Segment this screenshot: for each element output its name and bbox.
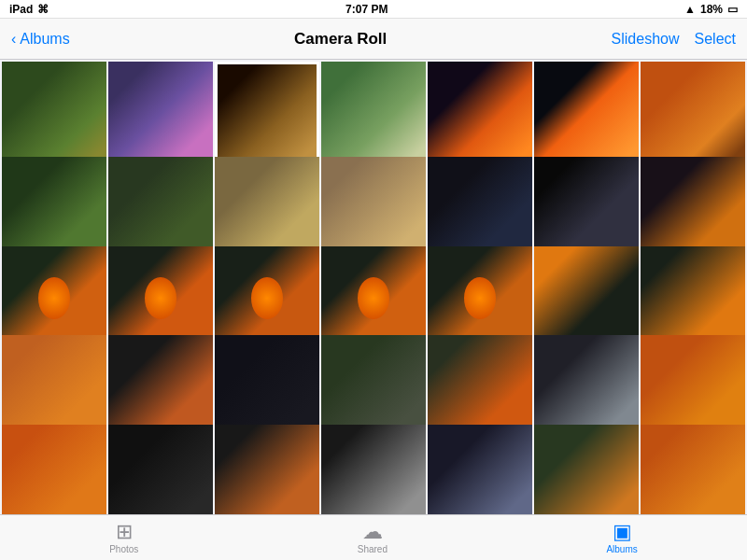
back-label[interactable]: Albums [20,31,69,48]
status-time: 7:07 PM [345,3,388,16]
tab-shared-label: Shared [358,544,388,554]
battery-icon: ▭ [727,3,738,16]
photos-icon: ⊞ [116,522,133,542]
tab-albums-label: Albums [606,544,637,554]
photo-cell[interactable] [108,62,213,166]
photo-cell[interactable] [215,425,319,514]
tab-albums[interactable]: ▣ Albums [606,522,637,554]
signal-icon: ▲ [684,3,696,16]
slideshow-button[interactable]: Slideshow [612,31,680,48]
chevron-left-icon: ‹ [11,31,16,48]
back-button[interactable]: ‹ Albums [11,31,70,48]
status-right: ▲ 18% ▭ [684,3,738,16]
photo-cell[interactable] [321,62,426,166]
tab-photos-label: Photos [109,544,138,554]
nav-bar: ‹ Albums Camera Roll Slideshow Select [0,19,747,60]
photo-grid [0,60,747,514]
photo-cell[interactable] [2,425,106,514]
photo-cell[interactable] [108,425,213,514]
photo-cell[interactable] [428,62,532,166]
shared-icon: ☁ [362,522,383,542]
photo-cell[interactable] [641,425,745,514]
wifi-icon: ⌘ [37,3,49,16]
photo-cell[interactable] [534,425,639,514]
photo-cell[interactable] [321,425,426,514]
tab-photos[interactable]: ⊞ Photos [109,522,138,554]
status-left: iPad ⌘ [9,3,49,16]
photo-cell[interactable] [534,62,639,166]
page-title: Camera Roll [294,30,387,49]
albums-icon: ▣ [613,522,632,542]
photo-cell[interactable] [641,62,745,166]
photo-cell[interactable] [2,62,106,166]
nav-actions: Slideshow Select [612,31,736,48]
battery-label: 18% [700,3,723,16]
tab-bar: ⊞ Photos ☁ Shared ▣ Albums [0,514,747,560]
select-button[interactable]: Select [695,31,736,48]
status-bar: iPad ⌘ 7:07 PM ▲ 18% ▭ [0,0,747,19]
device-label: iPad [9,3,33,16]
tab-shared[interactable]: ☁ Shared [358,522,388,554]
photo-cell[interactable] [428,425,532,514]
photo-cell[interactable] [215,62,319,166]
